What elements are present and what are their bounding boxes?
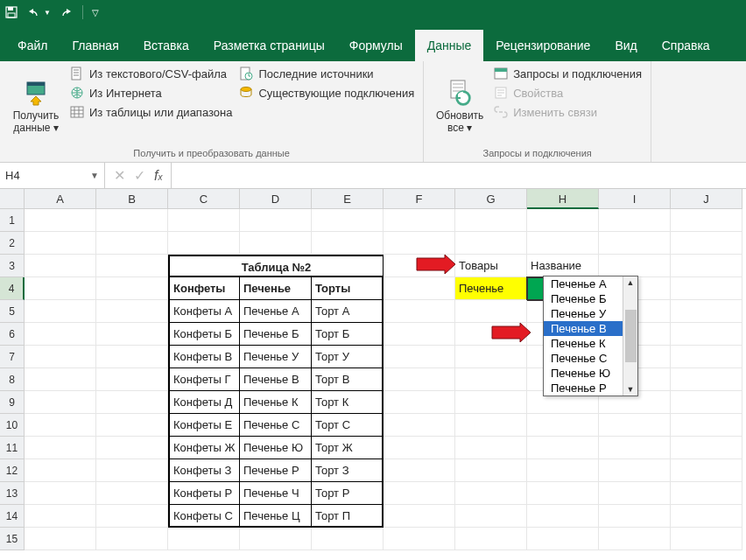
cell-E13[interactable]: Торт Р [312, 482, 384, 505]
cell-H11[interactable] [527, 437, 599, 459]
scroll-thumb[interactable] [625, 310, 637, 362]
tab-file[interactable]: Файл [5, 30, 60, 61]
cell-G4[interactable]: Печенье [455, 277, 527, 300]
cell-I12[interactable] [599, 459, 671, 482]
cell-A6[interactable] [25, 323, 96, 346]
cell-J11[interactable] [671, 437, 742, 459]
cell-D10[interactable]: Печенье С [240, 414, 312, 437]
cell-G12[interactable] [455, 459, 527, 482]
cell-D1[interactable] [240, 209, 312, 232]
cell-E1[interactable] [312, 209, 384, 232]
row-header-3[interactable]: 3 [0, 255, 25, 277]
cell-I2[interactable] [599, 232, 671, 255]
cell-A5[interactable] [25, 300, 96, 323]
cell-F5[interactable] [384, 300, 455, 323]
cell-B5[interactable] [96, 300, 168, 323]
cell-C13[interactable]: Конфеты Р [168, 482, 240, 505]
row-header-10[interactable]: 10 [0, 414, 25, 437]
cell-G7[interactable] [455, 346, 527, 368]
cell-E6[interactable]: Торт Б [312, 323, 384, 346]
cell-F1[interactable] [384, 209, 455, 232]
cell-I11[interactable] [599, 437, 671, 459]
cell-F9[interactable] [384, 391, 455, 414]
name-box[interactable]: H4▼ [0, 163, 105, 188]
col-header-D[interactable]: D [240, 189, 312, 209]
cell-F14[interactable] [384, 505, 455, 528]
cell-I3[interactable] [599, 255, 671, 277]
cell-F6[interactable] [384, 323, 455, 346]
dropdown-item[interactable]: Печенье У [544, 306, 623, 321]
queries-connections-button[interactable]: Запросы и подключения [494, 66, 642, 80]
cell-J7[interactable] [671, 346, 742, 368]
cell-G9[interactable] [455, 391, 527, 414]
cell-G13[interactable] [455, 482, 527, 505]
row-header-4[interactable]: 4 [0, 277, 25, 300]
cancel-icon[interactable]: ✕ [114, 167, 125, 184]
cell-H1[interactable] [527, 209, 599, 232]
cell-B1[interactable] [96, 209, 168, 232]
cell-A3[interactable] [25, 255, 96, 277]
cell-C9[interactable]: Конфеты Д [168, 391, 240, 414]
cell-D14[interactable]: Печенье Ц [240, 505, 312, 528]
cell-E5[interactable]: Торт А [312, 300, 384, 323]
col-header-J[interactable]: J [671, 189, 742, 209]
row-header-5[interactable]: 5 [0, 300, 25, 323]
cell-G10[interactable] [455, 414, 527, 437]
redo-button[interactable] [60, 6, 74, 18]
cell-D8[interactable]: Печенье В [240, 368, 312, 391]
cell-I15[interactable] [599, 528, 671, 550]
cell-F10[interactable] [384, 414, 455, 437]
cell-F4[interactable] [384, 277, 455, 300]
cell-I10[interactable] [599, 414, 671, 437]
scroll-up-icon[interactable]: ▲ [627, 276, 635, 289]
cell-E10[interactable]: Торт С [312, 414, 384, 437]
row-header-8[interactable]: 8 [0, 368, 25, 391]
undo-button[interactable]: ▼ [26, 6, 51, 18]
cell-J14[interactable] [671, 505, 742, 528]
cell-D12[interactable]: Печенье Р [240, 459, 312, 482]
tab-help[interactable]: Справка [650, 30, 722, 61]
cell-J9[interactable] [671, 391, 742, 414]
cell-E12[interactable]: Торт З [312, 459, 384, 482]
cell-J2[interactable] [671, 232, 742, 255]
scrollbar[interactable]: ▲ ▼ [623, 276, 637, 396]
get-data-button[interactable]: Получитьданные ▾ [9, 65, 63, 148]
cell-B2[interactable] [96, 232, 168, 255]
row-header-13[interactable]: 13 [0, 482, 25, 505]
cell-G1[interactable] [455, 209, 527, 232]
row-header-1[interactable]: 1 [0, 209, 25, 232]
select-all-corner[interactable] [0, 189, 25, 209]
tab-data[interactable]: Данные [415, 30, 484, 61]
cell-G5[interactable] [455, 300, 527, 323]
existing-connections-button[interactable]: Существующие подключения [239, 86, 414, 100]
cell-J8[interactable] [671, 368, 742, 391]
col-header-I[interactable]: I [599, 189, 671, 209]
cell-A8[interactable] [25, 368, 96, 391]
dropdown-item[interactable]: Печенье А [544, 276, 623, 291]
cell-J4[interactable] [671, 277, 742, 300]
cell-F12[interactable] [384, 459, 455, 482]
cell-G11[interactable] [455, 437, 527, 459]
cell-J3[interactable] [671, 255, 742, 277]
cell-A15[interactable] [25, 528, 96, 550]
col-header-G[interactable]: G [455, 189, 527, 209]
cell-B7[interactable] [96, 346, 168, 368]
cell-B4[interactable] [96, 277, 168, 300]
col-header-H[interactable]: H [527, 189, 599, 209]
cell-D11[interactable]: Печенье Ю [240, 437, 312, 459]
cell-F11[interactable] [384, 437, 455, 459]
cell-C7[interactable]: Конфеты В [168, 346, 240, 368]
cell-C15[interactable] [168, 528, 240, 550]
cell-J13[interactable] [671, 482, 742, 505]
cell-H2[interactable] [527, 232, 599, 255]
cell-B9[interactable] [96, 391, 168, 414]
cell-E11[interactable]: Торт Ж [312, 437, 384, 459]
cell-F7[interactable] [384, 346, 455, 368]
cell-C12[interactable]: Конфеты З [168, 459, 240, 482]
row-header-11[interactable]: 11 [0, 437, 25, 459]
cell-C1[interactable] [168, 209, 240, 232]
scroll-down-icon[interactable]: ▼ [627, 383, 635, 396]
col-header-E[interactable]: E [312, 189, 384, 209]
cell-A7[interactable] [25, 346, 96, 368]
cell-C10[interactable]: Конфеты Е [168, 414, 240, 437]
